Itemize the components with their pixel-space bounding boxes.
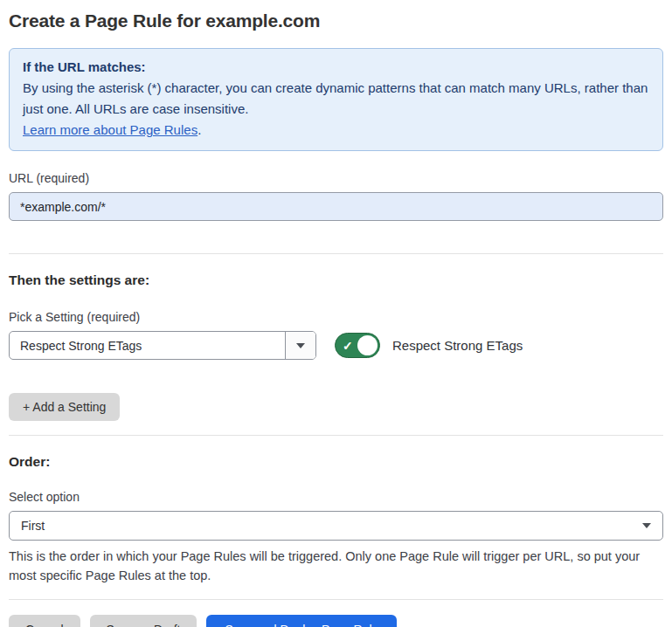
- add-setting-button[interactable]: + Add a Setting: [9, 393, 120, 421]
- create-page-rule-form: Create a Page Rule for example.com If th…: [0, 0, 672, 627]
- order-help-text: This is the order in which your Page Rul…: [9, 547, 663, 585]
- order-heading: Order:: [9, 454, 663, 470]
- check-icon: ✓: [343, 339, 353, 351]
- info-box-link-line: Learn more about Page Rules.: [23, 120, 649, 141]
- cancel-button[interactable]: Cancel: [9, 615, 80, 627]
- setting-row: Respect Strong ETags ✓ Respect Strong ET…: [9, 331, 663, 360]
- caret-down-icon: [296, 343, 305, 348]
- section-divider: [9, 435, 663, 436]
- link-period: .: [197, 122, 201, 137]
- setting-dropdown[interactable]: Respect Strong ETags: [9, 331, 316, 360]
- pick-setting-label: Pick a Setting (required): [9, 310, 663, 324]
- footer-divider: [9, 599, 663, 600]
- info-box-heading: If the URL matches:: [23, 57, 649, 78]
- settings-heading: Then the settings are:: [9, 272, 663, 288]
- footer-buttons: Cancel Save as Draft Save and Deploy Pag…: [9, 615, 663, 627]
- toggle-knob: [357, 335, 378, 355]
- toggle-label: Respect Strong ETags: [392, 338, 523, 353]
- page-title: Create a Page Rule for example.com: [9, 10, 663, 31]
- setting-dropdown-caret-button[interactable]: [285, 332, 315, 359]
- save-draft-button[interactable]: Save as Draft: [90, 615, 197, 627]
- setting-dropdown-value: Respect Strong ETags: [10, 332, 285, 359]
- learn-more-link[interactable]: Learn more about Page Rules: [23, 122, 197, 137]
- caret-down-icon: [642, 523, 651, 528]
- section-divider: [9, 253, 663, 254]
- url-input[interactable]: [9, 192, 663, 221]
- select-option-label: Select option: [9, 490, 663, 504]
- order-select-value: First: [21, 519, 45, 533]
- order-select[interactable]: First: [9, 511, 663, 541]
- respect-strong-etags-toggle[interactable]: ✓: [335, 333, 380, 358]
- deploy-button[interactable]: Save and Deploy Page Rule: [206, 615, 397, 627]
- url-match-info-box: If the URL matches: By using the asteris…: [9, 48, 663, 151]
- info-box-body: By using the asterisk (*) character, you…: [23, 78, 649, 120]
- url-label: URL (required): [9, 171, 663, 185]
